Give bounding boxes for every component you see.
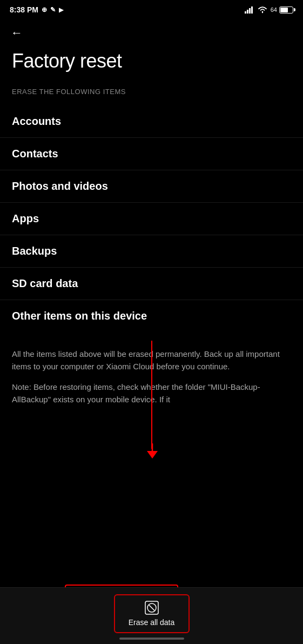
- erase-item-apps: Apps: [0, 203, 303, 235]
- note-text: Note: Before restoring items, check whet…: [12, 381, 291, 406]
- erase-item-sd-card: SD card data: [0, 268, 303, 300]
- status-time: 8:38 PM: [10, 5, 38, 14]
- back-arrow-icon: ←: [11, 26, 23, 40]
- gps-icon: ⊕: [42, 6, 47, 14]
- erase-item-backups: Backups: [0, 235, 303, 268]
- svg-rect-3: [251, 6, 253, 14]
- signal-icon: [245, 6, 254, 14]
- edit-icon: ✎: [50, 6, 56, 14]
- svg-marker-5: [147, 451, 158, 459]
- youtube-icon: ▶: [59, 6, 63, 14]
- svg-rect-1: [247, 10, 248, 14]
- erase-all-icon: [145, 601, 159, 615]
- erase-item-contacts: Contacts: [0, 138, 303, 170]
- wifi-icon: [258, 6, 267, 14]
- svg-line-8: [149, 605, 154, 610]
- bottom-bar: Erase all data: [0, 587, 303, 644]
- status-time-section: 8:38 PM ⊕ ✎ ▶: [10, 5, 63, 14]
- erase-all-button[interactable]: Erase all data: [114, 594, 190, 633]
- erase-items-list: Accounts Contacts Photos and videos Apps…: [0, 105, 303, 332]
- status-bar: 8:38 PM ⊕ ✎ ▶ 64: [0, 0, 303, 17]
- svg-rect-0: [245, 11, 246, 14]
- erase-item-other: Other items on this device: [0, 300, 303, 332]
- erase-item-photos-videos: Photos and videos: [0, 170, 303, 203]
- battery-container: 64: [271, 6, 293, 14]
- erase-all-label: Erase all data: [129, 618, 175, 627]
- back-button[interactable]: ←: [0, 17, 303, 44]
- status-right-section: 64: [245, 6, 293, 14]
- page-title: Factory reset: [0, 44, 303, 83]
- svg-rect-2: [249, 8, 251, 14]
- battery-percent: 64: [271, 6, 277, 13]
- erase-item-accounts: Accounts: [0, 105, 303, 138]
- section-header: ERASE THE FOLLOWING ITEMS: [0, 83, 303, 105]
- annotation-arrow: [146, 443, 159, 460]
- erase-button-container: Erase all data: [0, 594, 303, 633]
- battery-icon: [279, 6, 293, 14]
- warning-text: All the items listed above will be erase…: [12, 348, 291, 373]
- home-indicator: [119, 638, 184, 640]
